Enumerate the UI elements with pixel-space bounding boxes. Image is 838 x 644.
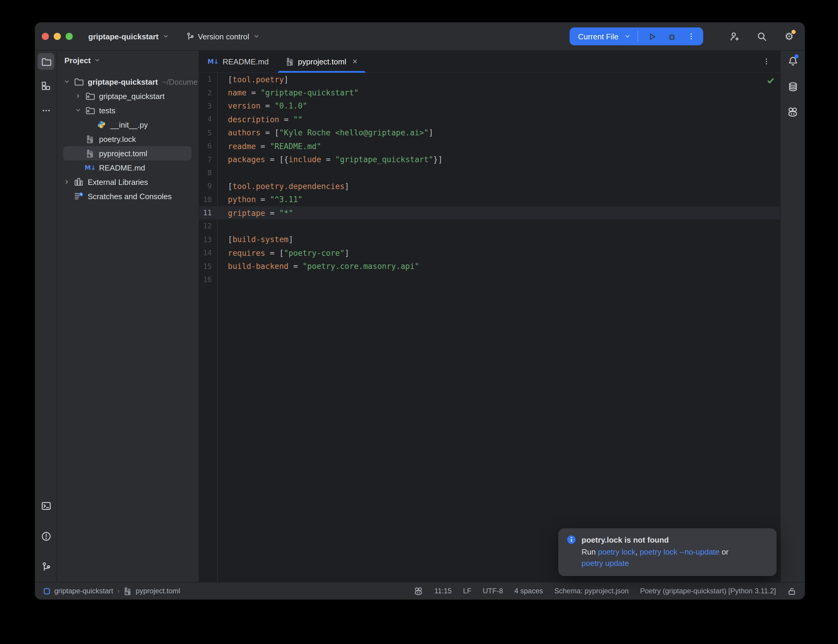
ai-assistant-status[interactable] bbox=[414, 586, 423, 595]
run-button[interactable] bbox=[645, 29, 659, 44]
bug-icon bbox=[667, 32, 676, 41]
tree-item-external-libraries[interactable]: External Libraries bbox=[57, 175, 199, 189]
tree-item-label: README.md bbox=[99, 163, 145, 172]
code-line-12[interactable]: 12 bbox=[199, 220, 780, 233]
tree-item-pyproject-toml[interactable]: [T]pyproject.toml bbox=[57, 146, 199, 160]
structure-icon bbox=[41, 81, 51, 90]
line-number: 13 bbox=[199, 235, 217, 244]
line-number: 4 bbox=[199, 115, 217, 124]
json-schema[interactable]: Schema: pyproject.json bbox=[554, 587, 629, 595]
ai-assistant-icon bbox=[787, 107, 798, 117]
tab-label: pyproject.toml bbox=[298, 57, 346, 66]
code-line-1[interactable]: 1[tool.poetry] bbox=[199, 73, 780, 86]
breadcrumb: griptape-quickstart›[T]pyproject.toml bbox=[43, 586, 180, 595]
code-line-5[interactable]: 5authors = ["Kyle Roche <hello@griptape.… bbox=[199, 126, 780, 140]
tree-item-griptape-quickstart[interactable]: griptape-quickstart~/Docume bbox=[57, 74, 199, 89]
code-line-15[interactable]: 15build-backend = "poetry.core.masonry.a… bbox=[199, 260, 780, 273]
editor-tab-bar: M↓README.md[T]pyproject.toml✕ bbox=[199, 51, 780, 73]
scratches-icon bbox=[73, 191, 84, 201]
code-line-4[interactable]: 4description = "" bbox=[199, 113, 780, 126]
database-toolwindow-button[interactable] bbox=[787, 80, 799, 92]
code-line-9[interactable]: 9[tool.poetry.dependencies] bbox=[199, 179, 780, 193]
indent-style[interactable]: 4 spaces bbox=[514, 587, 543, 595]
python-interpreter[interactable]: Poetry (griptape-quickstart) [Python 3.1… bbox=[640, 587, 776, 595]
code-line-8[interactable]: 8 bbox=[199, 166, 780, 179]
python-icon bbox=[96, 120, 107, 129]
problems-toolwindow-button[interactable] bbox=[38, 528, 54, 544]
line-content: version = "0.1.0" bbox=[217, 102, 307, 111]
ai-assistant-toolwindow-button[interactable] bbox=[787, 106, 799, 118]
vcs-widget[interactable]: Version control bbox=[182, 29, 264, 44]
version-control-toolwindow-button[interactable] bbox=[38, 558, 54, 575]
code-line-11[interactable]: 11griptape = "*" bbox=[199, 206, 780, 220]
chevron-right-icon[interactable] bbox=[62, 178, 72, 186]
fullscreen-window-button[interactable] bbox=[66, 33, 73, 40]
tree-item-tests[interactable]: tests bbox=[57, 103, 199, 117]
search-everywhere-button[interactable] bbox=[756, 30, 767, 42]
code-line-3[interactable]: 3version = "0.1.0" bbox=[199, 100, 780, 113]
code-editor[interactable]: 1[tool.poetry]2name = "griptape-quicksta… bbox=[199, 73, 780, 582]
line-content: requires = ["poetry-core"] bbox=[217, 249, 349, 258]
terminal-toolwindow-button[interactable] bbox=[38, 497, 54, 514]
link-poetry-lock-no-update[interactable]: poetry lock --no-update bbox=[640, 547, 719, 556]
code-with-me-button[interactable] bbox=[728, 30, 740, 42]
link-poetry-lock[interactable]: poetry lock bbox=[598, 547, 636, 556]
line-number: 15 bbox=[199, 262, 217, 270]
line-number: 11 bbox=[199, 209, 217, 217]
line-content: [tool.poetry] bbox=[217, 75, 289, 84]
run-widget[interactable]: Current File bbox=[570, 28, 703, 45]
cursor-position[interactable]: 11:15 bbox=[434, 587, 452, 595]
chevron-down-icon[interactable] bbox=[62, 78, 72, 85]
breadcrumb-label: pyproject.toml bbox=[136, 587, 180, 595]
tab-pyproject-toml[interactable]: [T]pyproject.toml✕ bbox=[277, 51, 366, 72]
structure-toolwindow-button[interactable] bbox=[38, 77, 54, 94]
chevron-down-icon bbox=[624, 33, 631, 40]
inspections-ok-icon[interactable] bbox=[766, 76, 775, 85]
code-line-14[interactable]: 14requires = ["poetry-core"] bbox=[199, 246, 780, 260]
debug-button[interactable] bbox=[664, 29, 679, 44]
tree-item-label: tests bbox=[99, 106, 115, 115]
breadcrumb-griptape-quickstart[interactable]: griptape-quickstart bbox=[43, 587, 113, 595]
project-toolwindow-button[interactable] bbox=[38, 53, 54, 70]
notification-text: or bbox=[720, 547, 728, 556]
code-line-13[interactable]: 13[build-system] bbox=[199, 233, 780, 246]
line-separator[interactable]: LF bbox=[463, 587, 472, 595]
tree-item-label: External Libraries bbox=[88, 177, 148, 186]
link-poetry-update[interactable]: poetry update bbox=[582, 559, 629, 568]
chevron-right-icon[interactable] bbox=[73, 92, 83, 100]
line-number: 8 bbox=[199, 169, 217, 177]
code-line-10[interactable]: 10python = "^3.11" bbox=[199, 193, 780, 206]
breadcrumb-pyproject-toml[interactable]: [T]pyproject.toml bbox=[124, 586, 180, 595]
right-toolwindow-strip bbox=[780, 51, 805, 582]
write-access-toggle[interactable] bbox=[787, 586, 796, 595]
tree-item-poetry-lock[interactable]: [T]poetry.lock bbox=[57, 132, 199, 146]
line-content: build-backend = "poetry.core.masonry.api… bbox=[217, 262, 419, 271]
run-more-button[interactable] bbox=[684, 29, 698, 44]
code-line-7[interactable]: 7packages = [{include = "griptape_quicks… bbox=[199, 153, 780, 166]
close-window-button[interactable] bbox=[42, 33, 49, 40]
tab-options-kebab-icon[interactable] bbox=[762, 51, 771, 72]
tree-item-griptape-quickstart[interactable]: griptape_quickstart bbox=[57, 89, 199, 103]
libraries-icon bbox=[73, 177, 84, 187]
notification-text: , bbox=[636, 547, 640, 556]
code-line-2[interactable]: 2name = "griptape-quickstart" bbox=[199, 86, 780, 100]
file-encoding[interactable]: UTF-8 bbox=[483, 587, 503, 595]
main-area: Project griptape-quickstart~/Documegript… bbox=[35, 51, 805, 582]
tree-item-scratches-and-consoles[interactable]: Scratches and Consoles bbox=[57, 189, 199, 203]
notifications-button[interactable] bbox=[787, 55, 799, 67]
project-tree: griptape-quickstart~/Documegriptape_quic… bbox=[57, 74, 199, 203]
code-line-16[interactable]: 16 bbox=[199, 273, 780, 286]
chevron-down-icon[interactable] bbox=[73, 107, 83, 114]
line-number: 16 bbox=[199, 276, 217, 284]
vcs-label: Version control bbox=[198, 32, 249, 41]
tab-readme-md[interactable]: M↓README.md bbox=[199, 51, 277, 72]
close-tab-icon[interactable]: ✕ bbox=[352, 58, 358, 65]
minimize-window-button[interactable] bbox=[54, 33, 61, 40]
project-switcher[interactable]: griptape-quickstart bbox=[84, 29, 174, 44]
tree-item-init-py[interactable]: __init__.py bbox=[57, 117, 199, 132]
settings-button[interactable]: ⚙ bbox=[783, 30, 795, 42]
tree-item-readme-md[interactable]: M↓README.md bbox=[57, 160, 199, 175]
project-panel-header[interactable]: Project bbox=[57, 53, 199, 67]
more-toolwindows-button[interactable] bbox=[38, 102, 54, 119]
code-line-6[interactable]: 6readme = "README.md" bbox=[199, 140, 780, 153]
